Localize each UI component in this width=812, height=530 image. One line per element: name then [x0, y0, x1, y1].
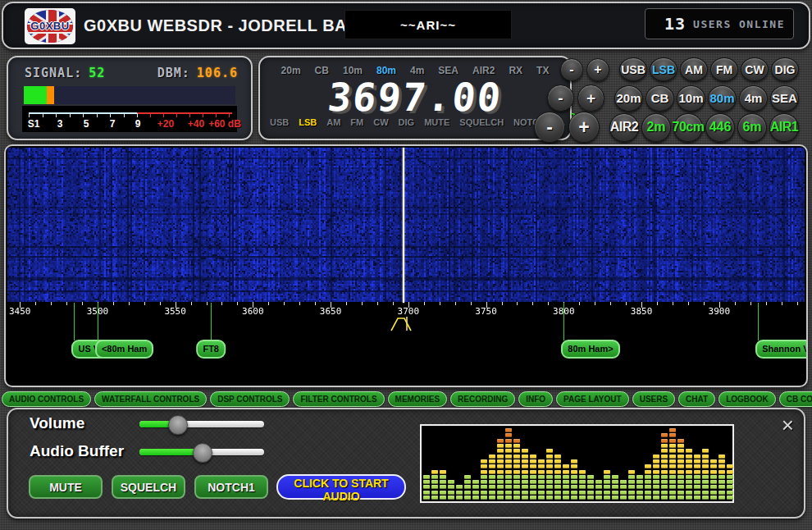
users-online-display: 13 USERS ONLINE	[645, 8, 794, 39]
freq-tick	[750, 302, 751, 305]
eq-segment	[513, 439, 520, 443]
knob-usb[interactable]: USB	[619, 57, 647, 81]
control-tab-strip: AUDIO CONTROLSWATERFALL CONTROLSDSP CONT…	[2, 391, 812, 407]
audio-buffer-slider[interactable]	[139, 449, 264, 455]
knob-air2[interactable]: AIR2	[609, 113, 639, 142]
signal-value: 52	[89, 66, 105, 80]
eq-segment	[702, 455, 709, 459]
freq-tick	[191, 302, 192, 305]
knob-20m[interactable]: 20m	[614, 85, 643, 112]
tab-memories[interactable]: MEMORIES	[388, 391, 447, 407]
knob-6m[interactable]: 6m	[737, 113, 767, 142]
tab-dsp-controls[interactable]: DSP CONTROLS	[210, 391, 290, 407]
eq-segment	[505, 444, 512, 448]
eq-segment	[677, 470, 684, 474]
freq-tick	[82, 302, 83, 305]
knob-4m[interactable]: 4m	[739, 85, 768, 112]
minus-stepper-lg[interactable]: -	[534, 112, 565, 143]
freq-tick	[35, 302, 36, 305]
frequency-ruler[interactable]: 3450350035503600365037003750380038503900	[6, 302, 806, 316]
eq-segment	[563, 480, 569, 484]
volume-slider-thumb[interactable]	[168, 415, 188, 435]
eq-segment	[702, 485, 709, 489]
eq-segment	[538, 470, 545, 474]
band-marker-shannon-volmet[interactable]: Shannon Volmet	[755, 340, 808, 359]
knob-2m[interactable]: 2m	[641, 113, 671, 142]
knob-cw[interactable]: CW	[741, 57, 769, 81]
eq-segment	[645, 464, 651, 468]
knob-fm[interactable]: FM	[710, 57, 738, 81]
knob-air1[interactable]: AIR1	[769, 113, 799, 142]
knob-sea[interactable]: SEA	[770, 85, 799, 112]
tab-waterfall-controls[interactable]: WATERFALL CONTROLS	[94, 391, 207, 407]
eq-segment	[530, 459, 536, 464]
knob-446[interactable]: 446	[705, 113, 735, 142]
waterfall-display[interactable]	[7, 148, 805, 302]
tab-chat[interactable]: CHAT	[678, 391, 715, 407]
freq-tick-label: 3750	[475, 306, 497, 317]
tab-users[interactable]: USERS	[632, 391, 675, 407]
plus-stepper-lg[interactable]: +	[568, 112, 600, 143]
eq-segment	[653, 496, 659, 500]
knob-80m[interactable]: 80m	[708, 85, 737, 112]
knob-lsb[interactable]: LSB	[650, 57, 677, 81]
eq-segment	[694, 470, 700, 474]
tab-cb-codes[interactable]: CB CODES	[779, 391, 812, 407]
eq-segment	[661, 485, 668, 489]
freq-tick	[362, 302, 363, 305]
start-audio-button[interactable]: CLICK TO START AUDIO	[276, 474, 406, 500]
eq-segment	[686, 496, 692, 500]
eq-segment	[604, 485, 610, 489]
minus-stepper-md[interactable]: -	[547, 85, 574, 112]
smeter-tick	[189, 113, 190, 117]
knob-10m[interactable]: 10m	[677, 85, 705, 112]
eq-segment	[522, 459, 528, 464]
band-marker-ft8[interactable]: FT8	[196, 340, 226, 359]
eq-segment	[546, 485, 553, 489]
freq-tick	[735, 302, 736, 305]
close-icon[interactable]: ×	[782, 414, 794, 436]
notch1-button[interactable]: NOTCH1	[194, 475, 268, 499]
freq-tick	[129, 302, 130, 305]
eq-segment	[554, 496, 561, 500]
header: G0XBU G0XBU WEBSDR - JODRELL BANK ~~ARI~…	[2, 2, 810, 49]
mute-button[interactable]: MUTE	[29, 475, 103, 499]
band-marker-80m-ham[interactable]: 80m Ham>	[561, 340, 619, 359]
eq-segment	[718, 475, 725, 479]
minus-stepper-sm[interactable]: -	[560, 58, 583, 81]
eq-segment	[677, 464, 684, 468]
tab-filter-controls[interactable]: FILTER CONTROLS	[293, 391, 384, 407]
volume-slider[interactable]	[139, 421, 264, 427]
eq-segment	[694, 475, 700, 479]
band-marker-80m-ham[interactable]: <80m Ham	[95, 340, 153, 359]
freq-tick	[66, 302, 67, 305]
eq-segment	[620, 480, 627, 484]
eq-segment	[554, 464, 561, 468]
knob-70cm[interactable]: 70cm	[673, 113, 703, 142]
tab-logbook[interactable]: LOGBOOK	[718, 391, 776, 407]
eq-segment	[620, 485, 627, 489]
passband-icon	[390, 316, 416, 331]
plus-stepper-md[interactable]: +	[577, 85, 604, 112]
plus-stepper-sm[interactable]: +	[586, 58, 609, 81]
tab-audio-controls[interactable]: AUDIO CONTROLS	[2, 391, 91, 407]
tab-info[interactable]: INFO	[518, 391, 553, 407]
squelch-button[interactable]: SQUELCH	[112, 475, 185, 499]
eq-segment	[571, 480, 577, 484]
tuned-frequency-line	[403, 148, 404, 303]
knob-am[interactable]: AM	[680, 57, 708, 81]
eq-segment	[727, 496, 733, 500]
eq-segment	[669, 439, 676, 443]
freq-tick	[268, 302, 269, 305]
smeter-tick	[176, 113, 177, 117]
audio-buffer-slider-thumb[interactable]	[193, 443, 212, 463]
knob-cb[interactable]: CB	[645, 85, 674, 112]
smeter-tick	[229, 113, 230, 117]
eq-segment	[710, 491, 717, 495]
knob-dig[interactable]: DIG	[771, 57, 799, 81]
freq-tick	[299, 302, 300, 305]
freq-tick	[237, 302, 238, 305]
tab-page-layout[interactable]: PAGE LAYOUT	[556, 391, 629, 407]
freq-tick	[113, 302, 114, 305]
tab-recording[interactable]: RECORDING	[450, 391, 515, 407]
